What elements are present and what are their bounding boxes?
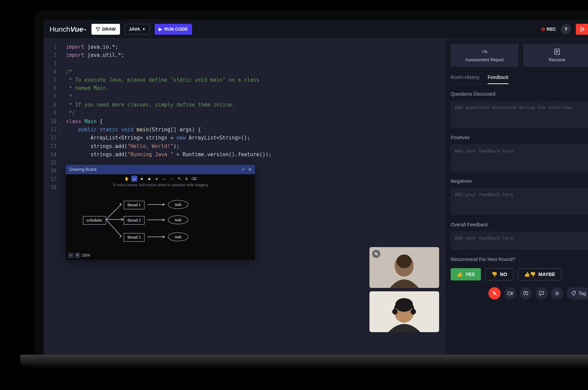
draw-button[interactable]: DRAW [91, 24, 120, 35]
chevron-down-icon: ▼ [142, 27, 145, 31]
exit-icon [580, 27, 585, 32]
zoom-level: 100% [82, 254, 90, 257]
drawing-hint: To move canvas, hold mouse wheel or spac… [66, 183, 255, 189]
resume-card[interactable]: Resume [523, 44, 588, 67]
gear-icon [554, 291, 560, 296]
panel-tabs: Room History Feedback [451, 71, 588, 84]
screen-icon [523, 291, 529, 296]
fold-icon[interactable]: ⌄ [58, 160, 60, 168]
pen-tool-icon[interactable]: ✎ [176, 176, 182, 182]
canvas-node[interactable]: task [168, 215, 188, 224]
laptop-base [20, 355, 588, 368]
eraser-tool-icon[interactable]: ⌫ [191, 176, 197, 182]
code-editor[interactable]: 1 2 3 4 5 6 7 8 9 10⌄ 11⌄ 12 13 14 15⌄ 1… [44, 39, 446, 364]
drawing-board-title: Drawing Board [69, 167, 96, 172]
feedback-panel: Assessment Report Resume Room History Fe… [446, 39, 588, 364]
chat-icon [539, 291, 544, 296]
recommend-yes-button[interactable]: 👍YES [451, 268, 481, 280]
play-icon: ▶ [159, 27, 162, 32]
svg-point-11 [411, 309, 416, 314]
video-tile-local[interactable] [369, 291, 439, 332]
overall-input[interactable] [451, 231, 588, 250]
topbar: HunchVue™ DRAW JAVA ▼ ▶ RUN CODE REC ? [44, 20, 588, 39]
svg-rect-13 [508, 292, 511, 295]
fold-icon[interactable]: ⌄ [58, 127, 60, 135]
camera-toggle-button[interactable] [504, 287, 516, 299]
draw-icon [96, 27, 100, 32]
rect-tool-icon[interactable]: ■ [139, 176, 145, 182]
select-tool-icon[interactable]: ▭ [131, 176, 137, 182]
run-code-button[interactable]: ▶ RUN CODE [155, 24, 192, 35]
thumbs-up-down-icon: 👍👎 [524, 272, 536, 277]
line-gutter: 1 2 3 4 5 6 7 8 9 10⌄ 11⌄ 12 13 14 15⌄ 1… [44, 39, 60, 364]
language-selector[interactable]: JAVA ▼ [125, 24, 150, 35]
mic-off-icon [492, 291, 497, 296]
positives-label: Positives [451, 135, 588, 140]
negatives-input[interactable] [451, 188, 588, 215]
tab-feedback[interactable]: Feedback [488, 71, 508, 84]
mic-toggle-button[interactable] [488, 287, 501, 299]
video-tile-remote[interactable] [369, 247, 439, 288]
expand-icon[interactable]: ⤢ [241, 167, 245, 172]
drawing-toolbar: ✋ ▭ ■ ◆ ● — → ✎ A ⌫ [66, 174, 255, 183]
brand-logo: HunchVue™ [50, 25, 87, 33]
mic-muted-icon [372, 250, 380, 258]
svg-point-6 [397, 255, 412, 268]
text-tool-icon[interactable]: A [184, 176, 190, 182]
diamond-tool-icon[interactable]: ◆ [146, 176, 152, 182]
svg-point-15 [556, 293, 558, 294]
help-button[interactable]: ? [561, 24, 571, 34]
assessment-report-card[interactable]: Assessment Report [451, 44, 518, 67]
negatives-label: Negatives [451, 178, 588, 184]
overall-label: Overall Feedback [451, 222, 588, 227]
hand-tool-icon[interactable]: ✋ [124, 176, 130, 182]
recommend-no-button[interactable]: 👎NO [485, 268, 514, 280]
positives-input[interactable] [451, 144, 588, 172]
arrow-tool-icon[interactable]: → [169, 176, 175, 182]
questions-label: Questions Discussed [451, 91, 588, 97]
drawing-board-titlebar[interactable]: Drawing Board ⤢ ✕ [66, 165, 255, 174]
document-icon [554, 48, 560, 55]
zoom-out-button[interactable]: − [68, 253, 73, 258]
tab-room-history[interactable]: Room History [451, 71, 480, 84]
canvas-node[interactable]: task [168, 232, 188, 241]
tag-button[interactable]: Tag [567, 287, 588, 299]
thumbs-down-icon: 👎 [491, 272, 497, 277]
screenshare-button[interactable] [520, 287, 532, 299]
gauge-icon [481, 48, 488, 55]
questions-input[interactable] [451, 101, 588, 128]
camera-icon [507, 291, 513, 296]
canvas-node[interactable]: thread 3 [124, 233, 144, 242]
circle-tool-icon[interactable]: ● [154, 176, 160, 182]
record-icon [541, 28, 545, 31]
zoom-controls: − + 100% [68, 253, 90, 258]
exit-button[interactable] [576, 24, 588, 35]
canvas-node[interactable]: task [168, 200, 188, 209]
canvas-node[interactable]: scheduler [83, 216, 106, 225]
close-icon[interactable]: ✕ [248, 167, 252, 172]
line-tool-icon[interactable]: — [161, 176, 167, 182]
recording-indicator[interactable]: REC [541, 27, 556, 32]
svg-point-10 [392, 309, 398, 314]
zoom-in-button[interactable]: + [75, 253, 80, 258]
canvas-node[interactable]: thread 2 [124, 216, 144, 225]
canvas-node[interactable]: thread 1 [124, 201, 144, 209]
control-bar: Tag [451, 287, 588, 299]
recommend-maybe-button[interactable]: 👍👎MAYBE [518, 268, 561, 280]
tag-icon [571, 291, 576, 296]
chat-button[interactable] [535, 287, 548, 299]
svg-point-16 [574, 292, 575, 293]
settings-button[interactable] [551, 287, 563, 299]
avatar [369, 291, 439, 332]
thumbs-up-icon: 👍 [457, 272, 463, 277]
recommend-label: Recommend For Next Round? [451, 257, 588, 262]
drawing-board-panel[interactable]: Drawing Board ⤢ ✕ ✋ ▭ ■ ◆ ● — → [66, 165, 255, 260]
fold-icon[interactable]: ⌄ [58, 119, 60, 127]
